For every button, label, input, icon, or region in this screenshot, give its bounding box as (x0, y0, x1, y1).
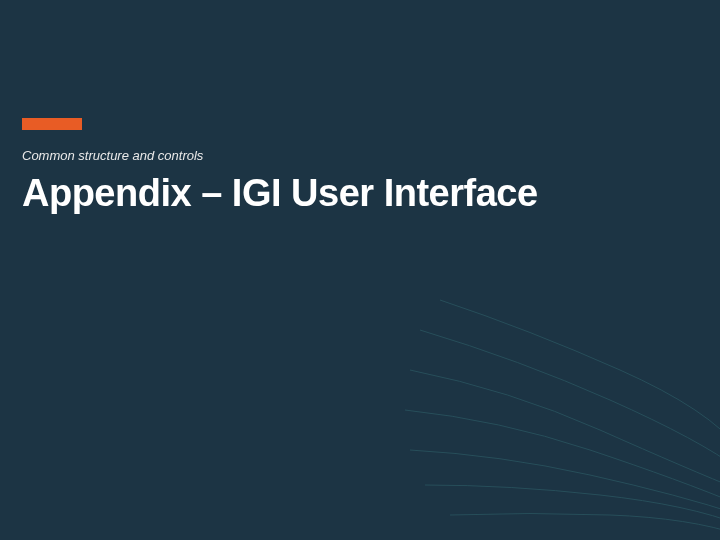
slide-subtitle: Common structure and controls (22, 148, 203, 163)
slide-container: Common structure and controls Appendix –… (0, 0, 720, 540)
slide-title: Appendix – IGI User Interface (22, 172, 538, 215)
decorative-lines-icon (380, 240, 720, 540)
accent-bar (22, 118, 82, 130)
